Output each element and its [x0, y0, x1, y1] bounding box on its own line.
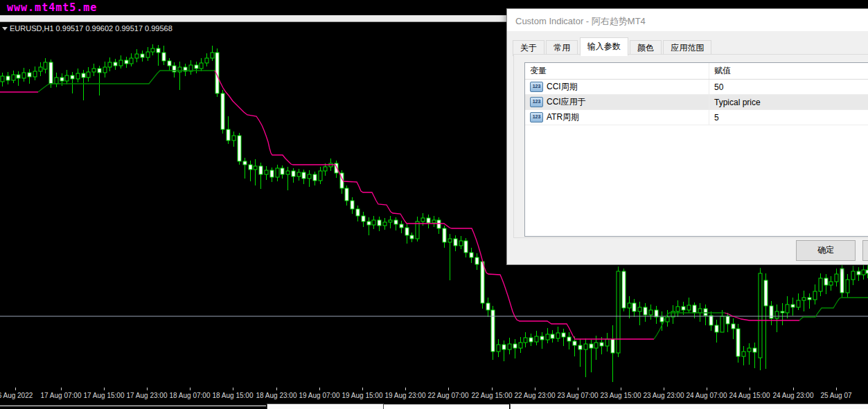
candle-body [519, 343, 522, 348]
bottom-panel-edge-1 [267, 403, 384, 409]
partial-button[interactable] [862, 240, 868, 261]
candle-body [49, 62, 53, 84]
symbol-dropdown-arrow-icon [2, 27, 8, 30]
axis-label: 24 Aug 23:00 [769, 392, 817, 399]
candle-body [28, 73, 31, 77]
candle-body [775, 311, 779, 318]
axis-tick [276, 388, 277, 390]
candle-body [238, 136, 241, 161]
candle-body [578, 345, 582, 349]
axis-tick [190, 388, 191, 390]
candle-body [378, 220, 381, 226]
axis-tick [750, 388, 750, 390]
axis-tick [492, 388, 493, 390]
candle-body [573, 341, 576, 345]
axis-label: 19 Aug 07:00 [295, 392, 344, 399]
candle-body [732, 324, 735, 329]
axis-tick [578, 388, 578, 390]
param-name: ATR周期 [547, 111, 579, 123]
param-value[interactable]: Typical price [709, 98, 868, 107]
candle-body [486, 303, 490, 310]
candle-body [628, 303, 631, 308]
axis-tick [61, 388, 62, 390]
axis-label: 17 Aug 15:00 [80, 392, 128, 399]
candle-body [308, 174, 311, 179]
candle-body [802, 298, 806, 300]
param-value[interactable]: 50 [709, 82, 868, 92]
candle-body [594, 343, 598, 348]
candle-body [819, 278, 822, 291]
candle-body [535, 336, 538, 342]
candle-body [168, 61, 171, 66]
candle-body [781, 311, 784, 313]
param-value[interactable]: 5 [709, 113, 868, 122]
table-header-row: 变量 赋值 [525, 63, 868, 80]
table-row[interactable]: 123ATR周期 5 [525, 110, 868, 125]
candle-body [448, 239, 452, 242]
candle-body [829, 282, 833, 285]
candle-body [562, 333, 565, 337]
candle-body [726, 316, 729, 324]
candle-body [65, 75, 69, 81]
table-row[interactable]: 123CCI周期 50 [525, 80, 868, 95]
axis-tick [535, 388, 535, 390]
candle-body [345, 188, 348, 201]
candle-body [200, 63, 203, 69]
dialog-title: Custom Indicator - 阿右趋势MT4 [515, 15, 646, 28]
tab-inputs[interactable]: 输入参数 [580, 37, 628, 56]
time-axis[interactable]: 6 Aug 202217 Aug 07:0017 Aug 15:0017 Aug… [0, 388, 868, 403]
candle-body [297, 172, 301, 176]
candle-body [71, 75, 74, 79]
axis-tick [836, 388, 837, 390]
candle-body [840, 269, 844, 293]
candle-body [55, 78, 58, 84]
axis-label: 24 Aug 07:00 [682, 392, 731, 399]
candle-body [270, 170, 274, 177]
candle-body [540, 336, 544, 340]
candle-body [286, 171, 290, 174]
candle-body [475, 257, 479, 264]
candle-body [205, 58, 209, 63]
candle-body [497, 345, 500, 352]
candle-body [394, 220, 398, 224]
candle-body [513, 344, 517, 348]
candle-body [605, 339, 609, 346]
candle-body [808, 298, 811, 300]
header-variable: 变量 [525, 63, 709, 79]
axis-label: 24 Aug 15:00 [725, 392, 774, 399]
candle-body [644, 307, 647, 315]
axis-label: 23 Aug 15:00 [596, 392, 645, 399]
candle-body [17, 75, 20, 78]
candle-body [178, 67, 181, 72]
candle-body [249, 165, 252, 170]
candle-body [405, 228, 409, 235]
candle-body [221, 93, 224, 129]
dialog-tabs: 关于 常用 输入参数 颜色 应用范围 [513, 37, 711, 55]
axis-tick [405, 388, 406, 390]
candle-body [151, 48, 154, 52]
candle-body [39, 67, 42, 71]
candle-body [481, 262, 484, 303]
candle-body [281, 168, 284, 174]
candle-body [459, 241, 463, 246]
candle-body [464, 241, 468, 253]
candle-body [666, 317, 669, 322]
candle-body [292, 171, 295, 176]
candle-body [742, 352, 745, 356]
candle-body [687, 305, 691, 310]
candle-body [319, 171, 322, 181]
candle-body [590, 344, 593, 348]
table-row[interactable]: 123CCI应用于 Typical price [525, 95, 868, 110]
axis-label: 18 Aug 07:00 [166, 392, 214, 399]
candle-body [786, 305, 789, 313]
candle-body [632, 303, 636, 311]
candle-body [709, 316, 713, 325]
candle-body [698, 309, 702, 313]
ok-button[interactable]: 确定 [796, 240, 856, 261]
candle-body [753, 348, 756, 352]
candle-body [372, 220, 375, 225]
dialog-title-bar[interactable]: Custom Indicator - 阿右趋势MT4 [507, 9, 868, 31]
axis-tick [621, 388, 621, 390]
axis-tick [362, 388, 363, 390]
param-name: CCI应用于 [547, 96, 586, 108]
